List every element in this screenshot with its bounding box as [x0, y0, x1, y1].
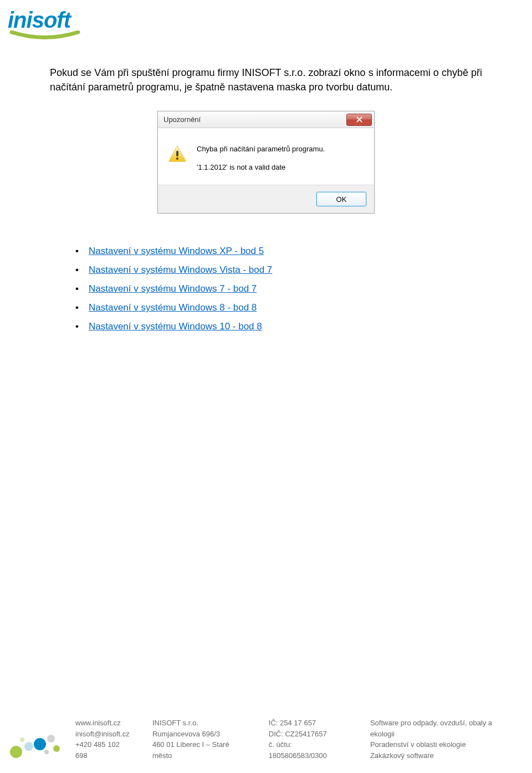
- link-win7[interactable]: Nastavení v systému Windows 7 - bod 7: [89, 283, 257, 294]
- svg-point-1: [176, 157, 178, 160]
- dialog-message-2: '1.1.2012' is not a valid date: [197, 163, 325, 171]
- warning-icon: [168, 145, 187, 164]
- footer-service-3: Zakázkový software: [370, 750, 515, 761]
- footer-service-2: Poradenství v oblasti ekologie: [370, 739, 515, 750]
- intro-paragraph: Pokud se Vám při spuštění programu firmy…: [50, 65, 482, 94]
- footer-city: 460 01 Liberec I – Staré město: [152, 739, 249, 761]
- footer-service-1: Software pro odpady, ovzduší, obaly a ek…: [370, 718, 515, 739]
- dialog-title: Upozornění: [163, 115, 201, 124]
- svg-point-7: [53, 745, 60, 752]
- logo-text: inisoft: [8, 8, 96, 33]
- close-button[interactable]: [346, 114, 372, 126]
- link-list: Nastavení v systému Windows XP - bod 5 N…: [75, 246, 482, 332]
- link-win8[interactable]: Nastavení v systému Windows 8 - bod 8: [89, 302, 257, 313]
- footer-website: www.inisoft.cz: [75, 718, 132, 729]
- list-item: Nastavení v systému Windows Vista - bod …: [75, 265, 482, 276]
- link-win10[interactable]: Nastavení v systému Windows 10 - bod 8: [89, 321, 262, 332]
- footer-col-services: Software pro odpady, ovzduší, obaly a ek…: [370, 718, 515, 761]
- footer-email: inisoft@inisoft.cz: [75, 729, 132, 740]
- logo: inisoft: [8, 8, 96, 43]
- footer-col-ids: IČ: 254 17 657 DIČ: CZ25417657 č. účtu: …: [269, 718, 350, 761]
- list-item: Nastavení v systému Windows 10 - bod 8: [75, 321, 482, 332]
- link-vista[interactable]: Nastavení v systému Windows Vista - bod …: [89, 265, 272, 275]
- close-icon: [356, 115, 362, 125]
- footer-ic: IČ: 254 17 657: [269, 718, 350, 729]
- dialog-body: Chyba při načítání parametrů programu. '…: [158, 128, 374, 185]
- svg-point-8: [20, 738, 24, 742]
- footer-street: Rumjancevova 696/3: [152, 729, 249, 740]
- svg-point-6: [44, 750, 49, 754]
- list-item: Nastavení v systému Windows 8 - bod 8: [75, 302, 482, 313]
- ok-button[interactable]: OK: [316, 192, 366, 206]
- logo-arc-icon: [9, 30, 96, 43]
- footer-dots-icon: [8, 724, 63, 761]
- svg-point-4: [34, 738, 46, 750]
- svg-rect-0: [176, 151, 178, 156]
- footer-col-contact: www.inisoft.cz inisoft@inisoft.cz +420 4…: [75, 718, 132, 761]
- footer-company: INISOFT s.r.o.: [152, 718, 249, 729]
- footer: www.inisoft.cz inisoft@inisoft.cz +420 4…: [8, 718, 515, 761]
- list-item: Nastavení v systému Windows 7 - bod 7: [75, 283, 482, 294]
- list-item: Nastavení v systému Windows XP - bod 5: [75, 246, 482, 257]
- ok-button-label: OK: [336, 195, 347, 204]
- svg-point-3: [24, 742, 33, 751]
- dialog-titlebar: Upozornění: [158, 111, 374, 128]
- footer-dic: DIČ: CZ25417657: [269, 729, 350, 740]
- link-xp[interactable]: Nastavení v systému Windows XP - bod 5: [89, 246, 264, 256]
- svg-point-5: [47, 735, 55, 743]
- dialog-footer: OK: [158, 185, 374, 213]
- footer-phone: +420 485 102 698: [75, 739, 132, 761]
- footer-account: č. účtu: 1805806583/0300: [269, 739, 350, 761]
- dialog-message-1: Chyba při načítání parametrů programu.: [197, 145, 325, 153]
- warning-dialog: Upozornění: [157, 111, 375, 213]
- svg-point-2: [10, 746, 22, 758]
- footer-col-address: INISOFT s.r.o. Rumjancevova 696/3 460 01…: [152, 718, 249, 761]
